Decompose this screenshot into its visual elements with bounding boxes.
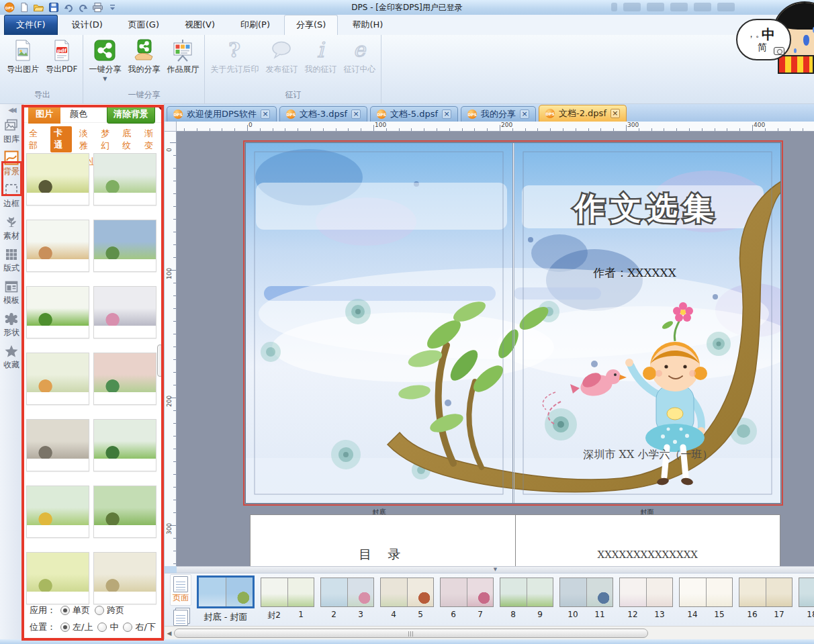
thumbnail-scrollbar[interactable]: ◀	[165, 626, 814, 639]
filter-link[interactable]: 淡雅	[79, 128, 93, 152]
canvas[interactable]: 作文选集 作者：XXXXXX 深圳市 XX 小学六（一班） 封底 封面 目 录 …	[177, 132, 814, 566]
position-option[interactable]: 左/上	[60, 621, 93, 633]
apply-option[interactable]: 跨页	[95, 604, 124, 616]
ruler-tick	[739, 128, 740, 131]
toolbar-dropdown-icon[interactable]	[107, 2, 118, 13]
undo-icon[interactable]	[62, 2, 74, 13]
page-spread-thumbnail[interactable]: 18	[799, 576, 814, 619]
close-tab-icon[interactable]: ×	[442, 109, 451, 119]
sidebar-item-background[interactable]: 背景	[1, 150, 21, 177]
sidebar-item-gallery[interactable]: 图库	[1, 118, 21, 145]
scrollbar-thumb[interactable]	[174, 629, 648, 638]
page-spread-thumbnail[interactable]: 67	[440, 576, 494, 619]
document-tab[interactable]: DPS欢迎使用DPS软件×	[167, 106, 277, 122]
sidebar-item-layout-grid[interactable]: 版式	[1, 247, 21, 274]
document-tab[interactable]: DPS文档-2.dpsf×	[539, 105, 627, 122]
ribbon-button[interactable]: 一键分享▼	[85, 38, 124, 83]
next-spread-preview[interactable]: 目 录 XXXXXXXXXXXXXX	[250, 514, 780, 566]
ribbon-button[interactable]: pdf导出PDF	[42, 38, 81, 77]
ruler-number: 400	[754, 122, 765, 128]
radio-selected[interactable]	[60, 606, 70, 615]
page-spread-thumbnail[interactable]: 45	[380, 576, 434, 619]
collapse-panel-icon[interactable]: ◀◀	[8, 106, 14, 113]
background-thumbnail[interactable]	[93, 353, 156, 405]
radio-unselected[interactable]	[123, 623, 132, 632]
background-thumbnail[interactable]	[93, 153, 156, 205]
background-thumbnail[interactable]	[26, 153, 89, 205]
sidebar-item-clipart-flower[interactable]: 素材	[1, 215, 21, 242]
ruler-number: 200	[501, 122, 512, 128]
background-thumbnail[interactable]	[93, 286, 156, 338]
close-tab-icon[interactable]: ×	[351, 109, 361, 119]
open-folder-icon[interactable]	[33, 2, 44, 13]
position-option[interactable]: 右/下	[123, 621, 155, 633]
position-option[interactable]: 中	[97, 621, 118, 633]
ribbon-button[interactable]: 导出图片	[3, 38, 42, 77]
radio-unselected[interactable]	[95, 606, 104, 615]
page-spread-thumbnail[interactable]: 1415	[679, 576, 733, 619]
redo-icon[interactable]	[77, 2, 89, 13]
background-thumbnail[interactable]	[26, 353, 89, 405]
new-document-icon[interactable]	[18, 2, 30, 13]
background-thumbnail[interactable]	[26, 486, 89, 538]
page-spread-thumbnail[interactable]: 1011	[559, 576, 613, 619]
page-spread-thumbnail[interactable]: 1617	[739, 576, 793, 619]
menu-tab-d[interactable]: 设计(D)	[60, 15, 114, 35]
background-thumbnail[interactable]	[26, 220, 89, 272]
sidebar-item-template[interactable]: 模板	[1, 279, 21, 306]
ribbon-button[interactable]: 我的分享	[124, 38, 163, 77]
document-tab[interactable]: DPS我的分享×	[461, 106, 536, 122]
sidebar-item-border-frame[interactable]: 边框	[1, 183, 21, 210]
background-thumbnail[interactable]	[93, 486, 156, 538]
menu-tab-g[interactable]: 页面(G)	[117, 15, 171, 35]
background-thumbnail[interactable]	[26, 419, 89, 471]
background-thumbnail[interactable]	[26, 286, 89, 338]
menu-tab-v[interactable]: 视图(V)	[173, 15, 226, 35]
page-spread-thumbnail[interactable]: 23	[320, 576, 374, 619]
filter-link[interactable]: 梦幻	[101, 128, 115, 152]
canvas-splitter[interactable]: ▼	[177, 566, 814, 573]
close-tab-icon[interactable]: ×	[520, 109, 529, 119]
background-thumbnail[interactable]	[93, 552, 156, 604]
panel-tab-image[interactable]: 图片	[28, 105, 60, 124]
menu-tab-f[interactable]: 文件(F)	[4, 15, 58, 35]
scroll-left-arrow[interactable]: ◀	[165, 630, 174, 637]
close-tab-icon[interactable]: ×	[261, 109, 270, 119]
question-icon: ?	[223, 39, 246, 62]
placeholder-page[interactable]: XXXXXXXXXXXXXX	[516, 515, 780, 566]
document-tab-label: 文档-2.dpsf	[559, 107, 606, 120]
ribbon-button[interactable]: 作品展厅	[163, 38, 202, 77]
radio-selected[interactable]	[60, 623, 70, 632]
sidebar-item-star[interactable]: 收藏	[1, 344, 21, 371]
dps-logo[interactable]: DPS	[3, 2, 15, 13]
save-icon[interactable]	[48, 2, 59, 13]
radio-unselected[interactable]	[97, 623, 107, 632]
clear-background-button[interactable]: 清除背景	[107, 105, 155, 124]
menu-tab-h[interactable]: 帮助(H)	[341, 15, 394, 35]
background-thumbnail[interactable]	[26, 552, 89, 604]
page-spread-thumbnail[interactable]: 封底 - 封面	[197, 576, 255, 623]
apply-option[interactable]: 单页	[60, 604, 90, 616]
panel-scrollbar-thumb[interactable]	[157, 344, 163, 377]
panel-tab-color[interactable]: 颜色	[62, 105, 95, 124]
toc-page[interactable]: 目 录	[251, 515, 516, 566]
page-spread-thumbnail[interactable]: 封21	[261, 576, 314, 621]
document-tab[interactable]: DPS文档-5.dpsf×	[370, 106, 458, 122]
page-spread-thumbnail[interactable]: 89	[500, 576, 553, 619]
pages-mode-button[interactable]: 页面	[170, 574, 191, 606]
document-tab[interactable]: DPS文档-3.dpsf×	[279, 106, 367, 122]
document-tab-label: 我的分享	[481, 108, 516, 120]
filter-link[interactable]: 全部	[29, 128, 43, 152]
background-thumbnail[interactable]	[93, 419, 156, 471]
menu-tab-p[interactable]: 印刷(P)	[229, 15, 281, 35]
filter-link[interactable]: 底纹	[122, 128, 136, 152]
page-spread-thumbnail[interactable]: 1213	[619, 576, 673, 619]
menu-tab-s[interactable]: 分享(S)	[284, 15, 338, 36]
print-icon[interactable]	[92, 2, 103, 13]
filter-link[interactable]: 卡通	[50, 126, 71, 152]
close-tab-icon[interactable]: ×	[610, 109, 620, 118]
dropdown-arrow-icon[interactable]: ▼	[103, 76, 107, 82]
filter-link[interactable]: 渐变	[144, 128, 159, 152]
sidebar-item-shape-blob[interactable]: 形状	[1, 312, 21, 338]
background-thumbnail[interactable]	[93, 220, 156, 272]
